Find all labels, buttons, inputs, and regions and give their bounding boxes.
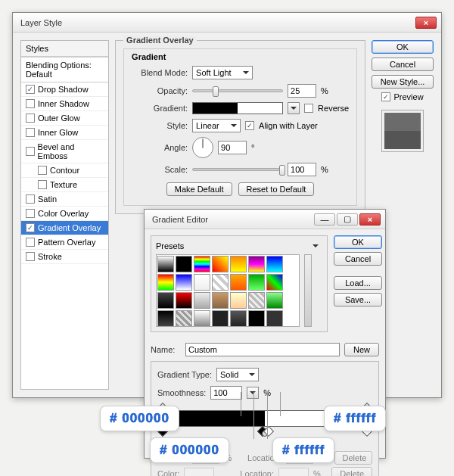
name-label: Name: [151,345,181,354]
preset-swatch[interactable] [176,274,192,291]
new-style-button[interactable]: New Style... [372,75,434,89]
ok-button[interactable]: OK [372,40,434,54]
reset-default-button[interactable]: Reset to Default [238,182,315,196]
preset-swatch[interactable] [230,292,247,309]
angle-dial[interactable] [192,137,213,158]
align-checkbox[interactable] [245,121,254,130]
ge-load-button[interactable]: Load... [334,276,382,290]
style-item-texture[interactable]: Texture [21,178,108,192]
scale-value[interactable]: 100 [288,163,316,176]
presets-menu-icon[interactable] [309,241,322,251]
preset-swatch[interactable] [212,256,229,272]
style-item-contour[interactable]: Contour [21,163,108,178]
close-icon[interactable]: × [415,17,437,29]
color-swatch [184,468,214,476]
style-checkbox[interactable] [26,223,35,232]
gradient-group-label: Gradient [132,52,349,61]
smoothness-label: Smoothness: [157,388,206,397]
preset-swatch[interactable] [248,256,265,272]
maximize-icon[interactable]: ▢ [337,213,358,226]
cancel-button[interactable]: Cancel [372,58,434,71]
style-item-gradient-overlay[interactable]: Gradient Overlay [21,221,108,235]
scale-label: Scale: [132,165,188,174]
preset-swatch[interactable] [157,274,174,291]
preset-swatch[interactable] [194,274,210,291]
preset-swatch[interactable] [230,256,247,272]
preset-swatch[interactable] [212,310,229,327]
preset-swatch[interactable] [248,310,265,327]
style-checkbox[interactable] [26,147,35,156]
titlebar[interactable]: Layer Style × [13,13,441,33]
preview-checkbox[interactable] [381,92,390,101]
style-item-drop-shadow[interactable]: Drop Shadow [21,82,108,97]
style-label: Style: [132,121,188,130]
presets-scrollbar[interactable] [304,254,312,327]
callout-line [241,392,241,416]
new-button[interactable]: New [344,343,379,356]
gradient-overlay-section: Gradient Overlay Gradient Blend Mode: So… [115,40,365,214]
style-item-inner-shadow[interactable]: Inner Shadow [21,97,108,111]
preset-swatch[interactable] [230,310,247,327]
preset-swatch[interactable] [212,274,229,291]
style-label: Inner Glow [38,128,78,137]
ge-titlebar[interactable]: Gradient Editor — ▢ × [145,210,385,229]
ge-save-button[interactable]: Save... [334,293,382,306]
gradient-picker-arrow[interactable] [288,102,300,114]
styles-header[interactable]: Styles [21,41,108,57]
preset-swatch[interactable] [157,256,174,272]
opacity-slider[interactable] [192,89,283,92]
preset-swatch[interactable] [194,310,210,327]
preset-swatch[interactable] [157,310,174,327]
gradient-type-select[interactable]: Solid [216,368,259,381]
preset-swatch[interactable] [266,256,283,272]
angle-value[interactable]: 90 [218,141,247,154]
style-checkbox[interactable] [38,166,47,175]
preset-swatch[interactable] [176,310,192,327]
blend-mode-select[interactable]: Soft Light [192,66,253,79]
preset-swatch[interactable] [212,292,229,309]
preset-swatch[interactable] [248,274,265,291]
style-checkbox[interactable] [26,99,35,108]
preset-swatch[interactable] [266,274,283,291]
style-select[interactable]: Linear [192,119,241,132]
style-checkbox[interactable] [26,114,35,123]
preset-swatch[interactable] [248,292,265,309]
style-checkbox[interactable] [26,128,35,137]
make-default-button[interactable]: Make Default [166,182,232,196]
preset-swatch[interactable] [176,256,192,272]
preset-swatch[interactable] [266,310,283,327]
style-item-inner-glow[interactable]: Inner Glow [21,126,108,140]
style-item-outer-glow[interactable]: Outer Glow [21,111,108,126]
style-checkbox[interactable] [26,194,35,204]
style-item-pattern-overlay[interactable]: Pattern Overlay [21,235,108,250]
smoothness-value[interactable]: 100 [210,386,242,400]
preset-swatch[interactable] [266,292,283,309]
blending-options-default[interactable]: Blending Options: Default [21,57,108,82]
ge-cancel-button[interactable]: Cancel [334,252,382,266]
ge-close-icon[interactable]: × [359,213,381,226]
ge-ok-button[interactable]: OK [334,235,382,249]
style-checkbox[interactable] [26,252,35,261]
style-item-color-overlay[interactable]: Color Overlay [21,207,108,221]
minimize-icon[interactable]: — [314,213,335,226]
style-checkbox[interactable] [26,209,35,218]
style-checkbox[interactable] [26,238,35,247]
gradient-preview[interactable] [192,102,283,114]
style-item-satin[interactable]: Satin [21,192,108,207]
style-item-stroke[interactable]: Stroke [21,250,108,264]
style-item-bevel-and-emboss[interactable]: Bevel and Emboss [21,140,108,163]
presets-grid[interactable] [156,254,300,327]
opacity-value[interactable]: 25 [288,84,316,98]
name-input[interactable]: Custom [185,343,340,356]
callout-line [267,392,268,439]
preset-swatch[interactable] [157,292,174,309]
preset-swatch[interactable] [194,256,210,272]
preset-swatch[interactable] [194,292,210,309]
color-loc-value [278,468,309,476]
style-checkbox[interactable] [26,85,35,94]
style-checkbox[interactable] [38,180,47,189]
reverse-checkbox[interactable] [304,104,313,113]
scale-slider[interactable] [192,168,283,171]
preset-swatch[interactable] [176,292,192,309]
preset-swatch[interactable] [230,274,247,291]
